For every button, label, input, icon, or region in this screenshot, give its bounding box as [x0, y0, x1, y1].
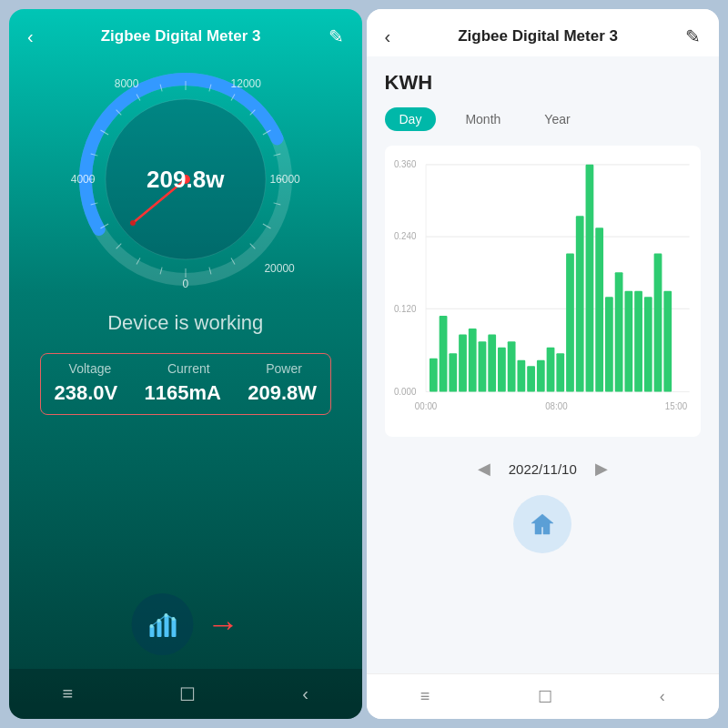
right-nav-home[interactable]: ☐ [538, 687, 552, 707]
kwh-title: KWH [385, 71, 702, 95]
right-nav-menu[interactable]: ≡ [420, 687, 430, 706]
left-nav-back[interactable]: ‹ [302, 683, 308, 704]
chart-icon-button[interactable] [131, 593, 193, 655]
bar-chart: 0.360 0.240 0.120 0.000 [392, 155, 694, 431]
left-nav-menu[interactable]: ≡ [63, 683, 74, 704]
svg-rect-52 [478, 341, 486, 391]
svg-rect-31 [157, 621, 161, 637]
tab-year[interactable]: Year [530, 107, 584, 131]
date-prev-button[interactable]: ◀ [478, 459, 490, 479]
scale-8000: 8000 [115, 77, 139, 90]
scale-20000: 20000 [264, 262, 294, 275]
scale-16000: 16000 [269, 173, 299, 186]
home-btn-container [385, 495, 702, 553]
svg-rect-53 [488, 335, 496, 392]
svg-rect-67 [624, 291, 632, 392]
svg-text:0.360: 0.360 [393, 159, 416, 170]
right-back-icon[interactable]: ‹ [385, 26, 391, 47]
tab-month[interactable]: Month [450, 107, 515, 131]
left-back-icon[interactable]: ‹ [27, 26, 34, 47]
svg-text:0.000: 0.000 [393, 386, 416, 397]
svg-point-34 [149, 624, 153, 628]
date-label: 2022/11/10 [509, 461, 577, 477]
svg-rect-61 [566, 254, 574, 392]
svg-rect-66 [614, 272, 622, 391]
right-content: KWH Day Month Year 0.360 0.240 0.120 0.0… [367, 56, 720, 673]
svg-rect-50 [459, 335, 467, 392]
voltage-value: 238.0V [54, 381, 117, 405]
scale-4000: 4000 [71, 173, 96, 186]
svg-rect-56 [517, 360, 525, 392]
tab-day[interactable]: Day [385, 107, 437, 131]
chart-area: 0.360 0.240 0.120 0.000 [385, 146, 702, 437]
svg-rect-59 [546, 348, 554, 392]
date-next-button[interactable]: ▶ [595, 459, 608, 479]
right-panel: ‹ Zigbee Digital Meter 3 ✎ KWH Day Month… [367, 9, 720, 719]
svg-rect-55 [507, 341, 515, 391]
svg-rect-58 [536, 360, 544, 392]
right-edit-icon[interactable]: ✎ [685, 25, 701, 47]
arrow-right-icon: → [207, 605, 239, 643]
home-icon [528, 510, 557, 539]
svg-rect-54 [498, 348, 506, 392]
svg-rect-68 [634, 291, 642, 392]
svg-rect-60 [556, 353, 564, 391]
right-title: Zigbee Digital Meter 3 [458, 27, 618, 46]
svg-rect-48 [439, 316, 447, 392]
svg-text:0.240: 0.240 [393, 231, 416, 242]
right-header: ‹ Zigbee Digital Meter 3 ✎ [367, 9, 720, 56]
gauge-container: 4000 8000 12000 16000 0 20000 209.8w [67, 61, 304, 298]
right-nav-back[interactable]: ‹ [660, 687, 665, 706]
svg-text:00:00: 00:00 [414, 401, 437, 412]
scale-12000: 12000 [231, 77, 261, 90]
chart-bars-icon [146, 608, 178, 641]
device-status: Device is working [107, 311, 263, 335]
left-title: Zigbee Digital Meter 3 [101, 27, 261, 46]
power-value: 209.8W [248, 381, 317, 405]
left-panel: ‹ Zigbee Digital Meter 3 ✎ [9, 9, 362, 719]
left-header: ‹ Zigbee Digital Meter 3 ✎ [9, 9, 362, 56]
metrics-values: 238.0V 1165mA 209.8W [41, 381, 330, 405]
svg-rect-62 [575, 216, 583, 391]
svg-rect-49 [449, 353, 457, 391]
left-edit-icon[interactable]: ✎ [329, 25, 344, 47]
svg-rect-33 [171, 619, 176, 637]
svg-point-29 [130, 220, 136, 226]
svg-rect-70 [653, 254, 662, 392]
current-value: 1165mA [145, 381, 221, 405]
metrics-headers: Voltage Current Power [41, 361, 330, 381]
power-header: Power [266, 361, 302, 376]
svg-rect-64 [595, 228, 603, 391]
svg-rect-51 [468, 329, 476, 391]
left-bottom-nav: ≡ ☐ ‹ [9, 669, 362, 719]
home-button[interactable] [513, 495, 571, 553]
gauge-value: 209.8w [147, 166, 224, 194]
metrics-box: Voltage Current Power 238.0V 1165mA 209.… [40, 353, 331, 415]
right-bottom-nav: ≡ ☐ ‹ [367, 673, 720, 719]
scale-0: 0 [182, 278, 188, 290]
svg-rect-57 [527, 366, 535, 391]
voltage-header: Voltage [69, 361, 112, 376]
svg-point-35 [157, 619, 160, 622]
svg-rect-63 [585, 165, 593, 392]
svg-text:15:00: 15:00 [664, 401, 687, 412]
svg-point-36 [164, 613, 167, 617]
svg-rect-32 [164, 615, 168, 637]
left-nav-home[interactable]: ☐ [179, 683, 196, 705]
svg-rect-69 [643, 297, 652, 391]
svg-point-37 [171, 617, 175, 621]
current-header: Current [167, 361, 210, 376]
svg-text:08:00: 08:00 [545, 401, 568, 412]
svg-text:0.120: 0.120 [393, 303, 416, 314]
date-nav: ◀ 2022/11/10 ▶ [385, 451, 702, 486]
tabs-row: Day Month Year [385, 107, 702, 131]
svg-rect-71 [663, 291, 672, 392]
svg-rect-65 [605, 297, 613, 391]
svg-rect-47 [429, 359, 437, 392]
chart-icon-container: → [131, 593, 239, 655]
